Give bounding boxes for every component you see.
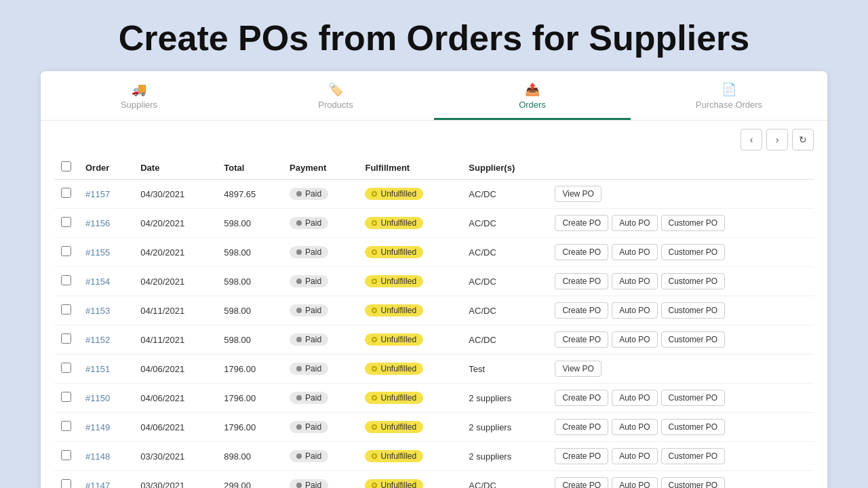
row-checkbox[interactable] xyxy=(61,304,71,314)
row-fulfillment: Unfulfilled xyxy=(358,413,462,442)
order-link[interactable]: #1154 xyxy=(85,277,110,287)
paid-dot xyxy=(296,453,302,459)
order-link[interactable]: #1155 xyxy=(85,247,110,258)
auto-po-button[interactable]: Auto PO xyxy=(612,273,657,289)
page-title: Create POs from Orders for Suppliers xyxy=(0,0,868,71)
row-checkbox[interactable] xyxy=(61,363,71,373)
customer-po-button[interactable]: Customer PO xyxy=(661,448,726,464)
customer-po-button[interactable]: Customer PO xyxy=(661,390,726,406)
create-po-button[interactable]: Create PO xyxy=(555,215,608,231)
row-checkbox[interactable] xyxy=(61,217,71,227)
actions-group: Create POAuto POCustomer PO xyxy=(555,390,807,406)
row-actions: Create POAuto POCustomer PO xyxy=(548,413,814,442)
row-checkbox-cell xyxy=(54,442,79,471)
auto-po-button[interactable]: Auto PO xyxy=(612,244,657,260)
create-po-button[interactable]: Create PO xyxy=(555,477,608,488)
auto-po-button[interactable]: Auto PO xyxy=(612,419,657,435)
customer-po-button[interactable]: Customer PO xyxy=(661,244,726,260)
customer-po-button[interactable]: Customer PO xyxy=(661,302,726,319)
row-checkbox[interactable] xyxy=(61,188,71,198)
row-actions: Create POAuto POCustomer PO xyxy=(548,238,814,267)
auto-po-button[interactable]: Auto PO xyxy=(612,302,657,319)
create-po-button[interactable]: Create PO xyxy=(555,419,608,435)
unfulfilled-dot xyxy=(372,453,377,459)
row-checkbox[interactable] xyxy=(61,479,71,488)
order-link[interactable]: #1149 xyxy=(85,422,110,432)
tab-orders[interactable]: 📤 Orders xyxy=(434,71,631,120)
tab-purchase-orders-label: Purchase Orders xyxy=(696,100,762,110)
auto-po-button[interactable]: Auto PO xyxy=(612,448,657,464)
create-po-button[interactable]: Create PO xyxy=(555,273,608,289)
row-checkbox[interactable] xyxy=(61,392,71,402)
view-po-button[interactable]: View PO xyxy=(555,361,601,377)
col-order: Order xyxy=(79,156,134,180)
create-po-button[interactable]: Create PO xyxy=(555,331,608,348)
tab-suppliers-label: Suppliers xyxy=(121,100,157,110)
next-button[interactable]: › xyxy=(766,129,788,150)
unfulfilled-dot xyxy=(372,220,377,226)
auto-po-button[interactable]: Auto PO xyxy=(612,390,657,406)
auto-po-button[interactable]: Auto PO xyxy=(612,215,657,231)
row-checkbox[interactable] xyxy=(61,421,71,431)
unfulfilled-dot xyxy=(372,424,377,430)
col-fulfillment: Fulfillment xyxy=(358,156,462,180)
order-link[interactable]: #1147 xyxy=(85,481,110,488)
order-link[interactable]: #1157 xyxy=(85,189,110,199)
row-checkbox-cell xyxy=(54,296,79,325)
table-row: #115404/20/2021598.00PaidUnfulfilledAC/D… xyxy=(54,267,814,296)
row-date: 04/06/2021 xyxy=(134,354,217,384)
prev-button[interactable]: ‹ xyxy=(741,129,762,150)
customer-po-button[interactable]: Customer PO xyxy=(661,215,726,231)
row-checkbox[interactable] xyxy=(61,333,71,344)
auto-po-button[interactable]: Auto PO xyxy=(612,331,657,348)
actions-group: View PO xyxy=(555,361,807,377)
customer-po-button[interactable]: Customer PO xyxy=(661,477,726,488)
order-link[interactable]: #1156 xyxy=(85,218,110,228)
refresh-button[interactable]: ↻ xyxy=(792,129,814,150)
row-checkbox[interactable] xyxy=(61,275,71,285)
unfulfilled-dot xyxy=(372,395,377,401)
row-checkbox[interactable] xyxy=(61,246,71,256)
tab-products[interactable]: 🏷️ Products xyxy=(237,71,434,120)
actions-group: Create POAuto POCustomer PO xyxy=(555,273,807,289)
create-po-button[interactable]: Create PO xyxy=(555,390,608,406)
payment-badge: Paid xyxy=(290,304,328,317)
tab-purchase-orders[interactable]: 📄 Purchase Orders xyxy=(631,71,827,120)
order-link[interactable]: #1153 xyxy=(85,306,110,316)
order-link[interactable]: #1152 xyxy=(85,335,110,345)
row-payment: Paid xyxy=(283,238,358,267)
customer-po-button[interactable]: Customer PO xyxy=(661,331,726,348)
view-po-button[interactable]: View PO xyxy=(555,186,601,202)
select-all-checkbox[interactable] xyxy=(61,161,71,171)
order-link[interactable]: #1150 xyxy=(85,393,110,403)
auto-po-button[interactable]: Auto PO xyxy=(612,477,657,488)
row-order: #1148 xyxy=(79,442,134,471)
actions-group: Create POAuto POCustomer PO xyxy=(555,477,807,488)
create-po-button[interactable]: Create PO xyxy=(555,448,608,464)
col-supplier: Supplier(s) xyxy=(462,156,548,180)
tab-suppliers[interactable]: 🚚 Suppliers xyxy=(41,71,237,120)
row-checkbox[interactable] xyxy=(61,450,71,460)
row-total: 598.00 xyxy=(217,325,283,354)
row-payment: Paid xyxy=(283,354,358,384)
create-po-button[interactable]: Create PO xyxy=(555,302,608,319)
row-order: #1150 xyxy=(79,384,134,413)
row-total: 598.00 xyxy=(217,267,283,296)
table-row: #114703/30/2021299.00PaidUnfulfilledAC/D… xyxy=(54,471,814,488)
row-date: 04/11/2021 xyxy=(134,325,217,354)
customer-po-button[interactable]: Customer PO xyxy=(661,419,726,435)
row-checkbox-cell xyxy=(54,471,79,488)
create-po-button[interactable]: Create PO xyxy=(555,244,608,260)
fulfillment-badge: Unfulfilled xyxy=(365,450,423,462)
order-link[interactable]: #1151 xyxy=(85,364,110,374)
payment-badge: Paid xyxy=(290,217,328,229)
row-supplier: AC/DC xyxy=(462,296,548,325)
purchase-orders-icon: 📄 xyxy=(722,82,736,97)
fulfillment-badge: Unfulfilled xyxy=(365,304,423,317)
tab-nav: 🚚 Suppliers 🏷️ Products 📤 Orders 📄 Purch… xyxy=(41,71,827,121)
order-link[interactable]: #1148 xyxy=(85,451,110,462)
row-order: #1152 xyxy=(79,325,134,354)
row-actions: View PO xyxy=(548,354,814,384)
customer-po-button[interactable]: Customer PO xyxy=(661,273,726,289)
row-checkbox-cell xyxy=(54,413,79,442)
